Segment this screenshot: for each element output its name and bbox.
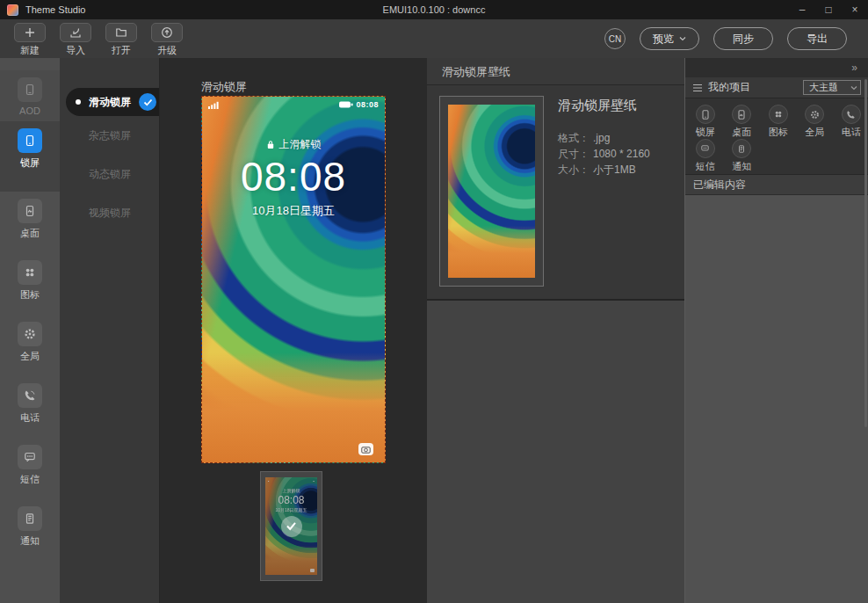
- wallpaper-size-row: 尺寸：1080 * 2160: [558, 146, 676, 162]
- module-sidebar: AOD 锁屏 桌面 图标 全局: [0, 58, 60, 603]
- open-button-label: 打开: [112, 44, 131, 57]
- sidebar-item-aod[interactable]: AOD: [0, 70, 60, 121]
- new-button[interactable]: 新建: [7, 23, 53, 57]
- thumb-clock: 08:08: [265, 494, 317, 506]
- project-modules-grid: 锁屏 桌面 图标 全局 电话: [685, 98, 868, 175]
- lockscreen-type-sidebar: 滑动锁屏 杂志锁屏 动态锁屏 视频锁屏: [60, 58, 160, 603]
- wallpaper-card-title: 滑动锁屏壁纸: [558, 98, 676, 114]
- format-label: 格式：: [558, 132, 590, 144]
- size-label: 尺寸：: [558, 148, 590, 160]
- wallpaper-card[interactable]: 滑动锁屏壁纸 格式：.jpg 尺寸：1080 * 2160 大小：小于1MB: [427, 85, 684, 301]
- sidebar-item-notification[interactable]: 通知: [0, 499, 60, 561]
- lockscreen-type-magazine[interactable]: 杂志锁屏: [60, 116, 159, 155]
- wallpaper-card-image: [448, 105, 535, 278]
- unlock-hint-text: 上滑解锁: [279, 137, 322, 152]
- sidebar-item-desktop[interactable]: 桌面: [0, 192, 60, 253]
- plus-icon: [14, 23, 46, 42]
- project-module-label: 图标: [769, 126, 788, 139]
- wallpaper-thumbnail-selected[interactable]: ▪▪ 上滑解锁 08:08 10月18日星期五: [260, 471, 322, 581]
- sidebar-item-phone[interactable]: 电话: [0, 376, 60, 438]
- filesize-label: 大小：: [558, 163, 590, 176]
- folder-icon: [105, 23, 137, 42]
- wallpaper-card-info: 滑动锁屏壁纸 格式：.jpg 尺寸：1080 * 2160 大小：小于1MB: [558, 98, 676, 178]
- edited-content-header: 已编辑内容: [685, 175, 868, 195]
- open-button[interactable]: 打开: [98, 23, 144, 57]
- sidebar-item-label: AOD: [19, 105, 40, 116]
- sidebar-item-label: 电话: [20, 411, 40, 425]
- sidebar-item-label: 短信: [20, 473, 40, 486]
- project-module-icons[interactable]: 图标: [760, 105, 797, 139]
- icons-grid-icon: [18, 260, 42, 285]
- sidebar-item-global[interactable]: 全局: [0, 315, 60, 376]
- lockscreen-phone-icon: [696, 105, 715, 124]
- language-button[interactable]: CN: [604, 28, 626, 49]
- app-title: Theme Studio: [25, 4, 85, 15]
- wallpaper-card-frame: [439, 96, 544, 287]
- camera-icon[interactable]: [358, 443, 373, 455]
- wallpaper-card-rows: 格式：.jpg 尺寸：1080 * 2160 大小：小于1MB: [558, 130, 676, 178]
- my-project-row: 我的项目 大主题: [685, 77, 868, 98]
- sidebar-item-label: 图标: [20, 288, 40, 302]
- lockscreen-date: 10月18日星期五: [202, 203, 385, 219]
- gear-icon: [18, 322, 42, 346]
- thumb-unlock-hint: 上滑解锁: [265, 488, 317, 493]
- sidebar-item-lockscreen[interactable]: 锁屏: [0, 121, 60, 192]
- phone-call-icon: [18, 383, 42, 408]
- project-module-label: 锁屏: [696, 126, 715, 139]
- lockscreen-clock: 08:08: [202, 153, 385, 200]
- sidebar-item-sms[interactable]: 短信: [0, 438, 60, 499]
- project-module-label: 电话: [842, 126, 861, 139]
- lockscreen-type-dynamic[interactable]: 动态锁屏: [60, 155, 159, 193]
- close-icon[interactable]: ×: [842, 0, 868, 19]
- chevron-down-icon: [679, 36, 686, 41]
- project-module-lockscreen[interactable]: 锁屏: [687, 105, 724, 139]
- project-module-phone[interactable]: 电话: [833, 105, 868, 139]
- preview-area: 滑动锁屏 08:08 上滑解锁 08:08 10月18日星期五: [160, 58, 427, 603]
- toolbar-right-group: CN 预览 同步 导出: [604, 27, 847, 50]
- selected-dot-icon: [76, 99, 81, 105]
- gear-icon: [805, 105, 824, 124]
- thumb-date: 10月18日星期五: [265, 507, 317, 512]
- project-panel-topbar: »: [685, 58, 868, 77]
- preview-button-label: 预览: [653, 32, 674, 47]
- chevron-down-icon: [850, 85, 857, 91]
- preview-button[interactable]: 预览: [640, 27, 699, 50]
- lockscreen-type-slide-selected[interactable]: 滑动锁屏: [66, 88, 159, 116]
- import-icon: [60, 23, 91, 42]
- sync-button[interactable]: 同步: [713, 27, 773, 50]
- sms-bubble-icon: [18, 445, 42, 469]
- aod-phone-icon: [18, 77, 42, 102]
- project-module-label: 全局: [805, 126, 824, 139]
- sidebar-item-label: 通知: [20, 534, 40, 548]
- project-module-global[interactable]: 全局: [797, 105, 834, 139]
- theme-type-value: 大主题: [809, 81, 838, 94]
- collapse-panel-icon[interactable]: »: [851, 62, 857, 74]
- maximize-icon[interactable]: □: [815, 0, 842, 19]
- project-module-label: 通知: [732, 160, 751, 173]
- desktop-phone-icon: [18, 199, 42, 223]
- upgrade-icon: [151, 23, 183, 42]
- theme-type-dropdown[interactable]: 大主题: [803, 80, 861, 95]
- sidebar-item-icons[interactable]: 图标: [0, 253, 60, 315]
- toolbar: 新建 导入 打开 升级 CN 预览: [0, 19, 868, 58]
- phone-call-icon: [842, 105, 861, 124]
- lockscreen-type-video[interactable]: 视频锁屏: [60, 193, 159, 232]
- notification-icon: [18, 506, 42, 531]
- notification-icon: [732, 139, 751, 158]
- desktop-phone-icon: [732, 105, 751, 124]
- minimize-icon[interactable]: –: [789, 0, 815, 19]
- import-button[interactable]: 导入: [53, 23, 98, 57]
- project-panel: » 我的项目 大主题 锁屏 桌面: [684, 58, 868, 603]
- upgrade-button[interactable]: 升级: [144, 23, 190, 57]
- project-module-notification[interactable]: 通知: [724, 139, 761, 173]
- thumb-status-bar: ▪▪: [268, 479, 315, 483]
- export-button-label: 导出: [807, 32, 828, 47]
- format-value: .jpg: [593, 132, 610, 144]
- panel-scrollbar[interactable]: [864, 79, 867, 427]
- status-time: 08:08: [356, 100, 379, 109]
- project-module-desktop[interactable]: 桌面: [724, 105, 761, 139]
- lockscreen-preview[interactable]: 08:08 上滑解锁 08:08 10月18日星期五: [201, 96, 386, 463]
- unlock-hint: 上滑解锁: [202, 137, 385, 152]
- project-module-sms[interactable]: 短信: [687, 139, 724, 173]
- export-button[interactable]: 导出: [787, 27, 847, 50]
